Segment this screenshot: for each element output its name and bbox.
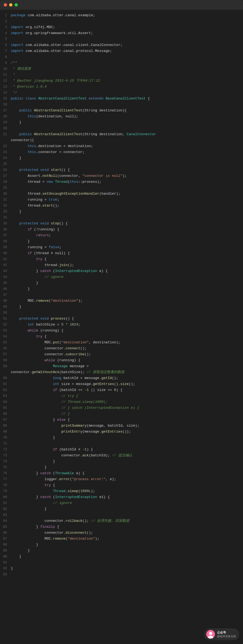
code-line: 29: [0, 185, 243, 191]
code-line: 31 running = true;: [0, 197, 243, 203]
code-line: 4 import org.springframework.util.Assert…: [0, 30, 243, 36]
code-line: 11 *: [0, 72, 243, 78]
code-line: 12 * @author jianghang 2013-4-15 下午04:17…: [0, 78, 243, 84]
code-line: 30 thread.setUncaughtExceptionHandler(ha…: [0, 191, 243, 197]
code-line: 20: [0, 125, 243, 131]
code-line: 77 logger.error("process error!", e);: [0, 476, 243, 482]
code-line: 25: [0, 161, 243, 167]
code-line: 40 if (thread ≠ null) {: [0, 250, 243, 256]
code-line: 15 public class AbstractCanalClientTest …: [0, 96, 243, 102]
avatar: [206, 630, 215, 639]
code-line: 8: [0, 54, 243, 60]
code-line: 62 if (batchId == -1 || size == 0) {: [0, 387, 243, 393]
code-line: 72 if (batchId ≠ -1) {: [0, 447, 243, 453]
code-line: 83: [0, 512, 243, 518]
code-line: 2: [0, 18, 243, 24]
code-line: 79 Thread.sleep(1000L);: [0, 488, 243, 494]
code-line: 88 }: [0, 542, 243, 548]
code-line: 53 while (running) {: [0, 328, 243, 334]
code-line: connector.getWithoutAck(batchSize); // 获…: [0, 369, 243, 375]
code-line: 69 printEntry(message.getEntries());: [0, 429, 243, 435]
code-line: 81 // ignore: [0, 500, 243, 506]
code-line: 46 }: [0, 286, 243, 292]
code-line: 27 Assert.notNull(connector, "connector …: [0, 173, 243, 179]
code-line: 50: [0, 310, 243, 316]
watermark-line2: @程序员朱永胜: [217, 635, 236, 638]
code-line: 44 // ignore: [0, 274, 243, 280]
code-line: 18 this(destination, null);: [0, 114, 243, 119]
code-line: 87 MDC.remove("destination");: [0, 536, 243, 542]
code-line: 41 try {: [0, 256, 243, 262]
code-line: 66 // }: [0, 411, 243, 417]
code-line: 58 while (running) {: [0, 357, 243, 363]
code-line: 24 }: [0, 155, 243, 161]
code-line: 52 int batchSize = 5 * 1024;: [0, 322, 243, 328]
code-line: connector){: [0, 137, 243, 143]
code-line: 78 try {: [0, 482, 243, 488]
code-line: 7 import com.alibaba.otter.canal.protoco…: [0, 48, 243, 54]
code-line: 26 protected void start() {: [0, 167, 243, 173]
code-window: 1 package com.alibaba.otter.canal.exampl…: [0, 0, 243, 644]
code-line: 75 }: [0, 464, 243, 470]
code-line: 33 }: [0, 209, 243, 215]
code-line: 32 thread.start();: [0, 203, 243, 209]
code-line: 59 Message message =: [0, 363, 243, 369]
code-line: 86 connector.disconnect();: [0, 530, 243, 536]
code-line: 80 } catch (InterruptedException e1) {: [0, 494, 243, 500]
code-line: 84 connector.rollback(); // 处理失败, 回滚数据: [0, 518, 243, 524]
code-line: 47: [0, 292, 243, 298]
code-line: 13 * @version 1.0.4: [0, 84, 243, 90]
code-line: 61 int size = message.getEntries().size(…: [0, 381, 243, 387]
code-line: 1 package com.alibaba.otter.canal.exampl…: [0, 12, 243, 18]
code-line: 19 }: [0, 119, 243, 125]
code-line: 3 import org.slf4j.MDC;: [0, 24, 243, 30]
code-line: 67 } else {: [0, 417, 243, 423]
code-line: 89 }: [0, 548, 243, 554]
code-line: 34: [0, 215, 243, 221]
code-line: 16: [0, 102, 243, 108]
code-line: 65 // } catch (InterruptedException e) {: [0, 405, 243, 411]
code-line: 42 thread.join();: [0, 262, 243, 268]
code-line: 90 }: [0, 554, 243, 560]
code-line: 85 } finally {: [0, 524, 243, 530]
code-line: 51 protected void process() {: [0, 316, 243, 322]
svg-point-1: [209, 632, 212, 635]
code-line: 17 public AbstractCanalClientTest(String…: [0, 108, 243, 114]
code-line: 23 this.connector = connector;: [0, 149, 243, 155]
code-line: 10 * 测试基类: [0, 66, 243, 72]
code-line: 5: [0, 36, 243, 42]
code-line: 56 connector.connect();: [0, 346, 243, 351]
code-line: 36 if (!running) {: [0, 227, 243, 233]
code-line: 37 return;: [0, 233, 243, 238]
code-line: 73 connector.ack(batchId); // 提交确认: [0, 453, 243, 459]
close-button[interactable]: [4, 3, 7, 6]
code-line: 76 } catch (Throwable e) {: [0, 470, 243, 476]
code-line: 21 public AbstractCanalClientTest(String…: [0, 131, 243, 137]
code-line: 93: [0, 572, 243, 577]
code-line: 14 */: [0, 90, 243, 96]
code-line: 74 }: [0, 459, 243, 464]
code-line: 82 }: [0, 506, 243, 512]
code-line: 49 }: [0, 304, 243, 310]
code-line: 71: [0, 441, 243, 447]
maximize-button[interactable]: [15, 3, 18, 6]
code-line: 22 this.destination = destination;: [0, 143, 243, 149]
code-line: 48 MDC.remove("destination");: [0, 298, 243, 304]
code-line: 64 // Thread.sleep(1000);: [0, 399, 243, 405]
code-line: 91: [0, 560, 243, 566]
code-line: 68 printSummary(message, batchId, size);: [0, 423, 243, 429]
code-line: 60 long batchId = message.getId();: [0, 375, 243, 381]
code-line: 57 connector.subscribe();: [0, 351, 243, 357]
code-line: 70 }: [0, 435, 243, 441]
code-line: 9 /**: [0, 60, 243, 66]
code-line: 35 protected void stop() {: [0, 221, 243, 227]
code-editor: 1 package com.alibaba.otter.canal.exampl…: [0, 10, 243, 588]
code-line: 55 MDC.put("destination", destination);: [0, 340, 243, 346]
code-line: 39 running = false;: [0, 244, 243, 250]
watermark-line1: 公众号: [217, 630, 236, 635]
minimize-button[interactable]: [9, 3, 12, 6]
code-line: 38 }: [0, 238, 243, 244]
code-line: 45 }: [0, 280, 243, 286]
code-line: 28 thread = new Thread(this::process);: [0, 179, 243, 185]
code-line: 6 import com.alibaba.otter.canal.client.…: [0, 42, 243, 48]
